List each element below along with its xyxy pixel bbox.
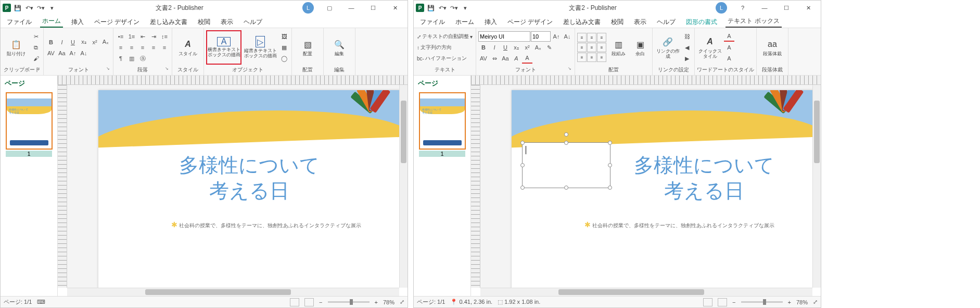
grow-font-button[interactable]: A↑ [551,31,562,42]
view-single-button[interactable] [290,298,299,306]
dec-indent-button[interactable]: ⇤ [137,31,148,42]
tab-file[interactable]: ファイル [418,17,447,28]
view-spread-button[interactable] [304,298,314,306]
ruler-vertical[interactable] [471,85,480,288]
status-position[interactable]: 📍 0.41, 2.36 in. [450,299,492,305]
numbering-button[interactable]: 1≡ [126,31,137,42]
page-thumbnail-1[interactable]: 多様性 につい て考える日 [419,92,466,150]
zoom-in-button[interactable]: + [375,299,378,305]
tab-home[interactable]: ホーム [40,16,63,28]
align-tc-button[interactable]: ≡ [587,33,596,42]
tab-text-box[interactable]: テキスト ボックス [726,16,781,28]
superscript-button[interactable]: x² [522,42,532,53]
align-left-button[interactable]: ≡ [116,42,126,53]
maximize-button[interactable]: ☐ [363,2,384,14]
resize-handle-se[interactable] [608,186,612,190]
tab-review[interactable]: 校閲 [609,17,626,28]
resize-handle-s[interactable] [564,186,568,190]
zoom-fit-button[interactable]: ⤢ [400,299,404,305]
resize-handle-n[interactable] [564,141,568,145]
margins-button[interactable]: ▣ 余白 [630,30,650,65]
bold-button[interactable]: B [478,42,489,53]
draw-h-text-box-button[interactable]: A 横書きテキスト ボックスの描画 [206,30,241,65]
align-right-button[interactable]: ≡ [137,42,148,53]
font-name-input[interactable] [478,31,530,42]
maximize-button[interactable]: ☐ [776,2,797,14]
table-button[interactable]: ▦ [279,42,289,53]
align-bl-button[interactable]: ≡ [577,53,587,62]
styles-button[interactable]: A [511,53,521,64]
align-mc-button[interactable]: ≡ [587,43,596,52]
selected-text-box[interactable] [522,142,610,188]
qat-more-icon[interactable]: ▾ [47,3,57,13]
close-button[interactable]: ✕ [798,2,819,14]
ruler-horizontal[interactable] [58,76,408,85]
change-case-button[interactable]: Aa [500,53,511,64]
autofit-button[interactable]: ⤢テキストの自動調整 ▾ [416,31,474,42]
canvas[interactable]: 多様性について考える日 ✱ 社会科の授業で、多様性をテーマに、独創性あふれるイン… [67,85,399,288]
grow-font-button[interactable]: A↑ [68,48,78,58]
shrink-font-button[interactable]: A↓ [562,31,572,42]
save-icon[interactable]: 💾 [426,3,436,13]
tab-review[interactable]: 校閲 [196,17,212,28]
bullets-button[interactable]: •≡ [116,31,126,42]
bold-button[interactable]: B [46,37,56,47]
superscript-button[interactable]: x² [90,37,100,47]
quick-styles-button[interactable]: A クイックスタイル [697,30,723,65]
resize-handle-e[interactable] [608,163,612,167]
tab-file[interactable]: ファイル [5,17,34,28]
page-thumb-container[interactable]: 多様性 につい て考える日 1 [3,92,55,157]
font-color-button[interactable]: A [522,53,532,64]
text-direction-button[interactable]: ↕文字列の方向 [416,42,474,53]
scrollbar-vertical[interactable] [399,85,408,288]
rotate-handle[interactable] [564,132,568,137]
justify-button[interactable]: ≡ [148,42,159,53]
tab-insert[interactable]: 挿入 [69,17,86,28]
scrollbar-horizontal[interactable] [480,288,812,296]
ruler-horizontal[interactable] [471,76,821,85]
columns-button[interactable]: ▥ [126,53,137,64]
user-badge[interactable]: L [716,2,727,14]
zoom-level[interactable]: 78% [383,299,394,305]
prev-link-button[interactable]: ◀ [682,42,692,53]
arrange-button[interactable]: ▧ 配置 [294,30,321,65]
scrollbar-vertical[interactable] [812,85,821,288]
columns-button[interactable]: ▥ 段組み [607,30,629,65]
zoom-in-button[interactable]: + [788,299,791,305]
user-badge[interactable]: L [302,2,314,14]
change-case-button[interactable]: Aa [57,48,67,58]
zoom-level[interactable]: 78% [796,299,808,305]
create-link-button[interactable]: 🔗 リンクの作成 [655,30,681,65]
distribute-button[interactable]: ≡ [159,42,170,53]
resize-handle-w[interactable] [520,163,525,167]
paragraph-mark-button[interactable]: ¶ [116,53,126,64]
document-page[interactable]: 多様性について考える日 ✱ 社会科の授業で、多様性をテーマに、独創性あふれるイン… [512,90,812,288]
underline-button[interactable]: U [500,42,511,53]
clear-format-button[interactable]: Aₓ [100,37,111,47]
align-tr-button[interactable]: ≡ [597,33,606,42]
save-icon[interactable]: 💾 [13,3,22,13]
page-thumbnail-1[interactable]: 多様性 につい て考える日 [6,92,53,150]
tab-shape-format[interactable]: 図形の書式 [684,17,719,28]
align-tl-button[interactable]: ≡ [577,33,587,42]
doc-body-text[interactable]: ✱ 社会科の授業で、多様性をテーマに、独創性あふれるインタラクティブな展示 [171,220,361,229]
picture-button[interactable]: 🖼 [279,31,289,42]
clear-format-button[interactable]: Aₓ [533,42,543,53]
scrollbar-horizontal[interactable] [67,288,399,296]
view-single-button[interactable] [703,298,712,306]
tab-view[interactable]: 表示 [632,17,648,28]
align-ml-button[interactable]: ≡ [577,43,587,52]
ribbon-options-button[interactable]: ▢ [319,2,340,14]
help-button[interactable]: ? [732,2,753,14]
tab-view[interactable]: 表示 [219,17,235,28]
doc-title[interactable]: 多様性について考える日 [595,153,812,204]
canvas[interactable]: 多様性について考える日 ✱ 社会科の授業で、多様性をテーマに、独創性あふれるイン… [480,85,812,288]
zoom-out-button[interactable]: − [732,299,735,305]
drop-cap-button[interactable]: aa 段落体裁 [759,30,786,65]
tab-home[interactable]: ホーム [453,17,476,28]
draw-v-text-box-button[interactable]: ▷ 縦書きテキスト ボックスの描画 [243,30,278,65]
clipboard-launcher-icon[interactable]: ↘ [36,66,40,71]
undo-icon[interactable]: ↶▾ [438,3,447,13]
font-launcher-icon[interactable]: ↘ [568,66,571,71]
paste-button[interactable]: 📋 貼り付け [3,30,30,65]
